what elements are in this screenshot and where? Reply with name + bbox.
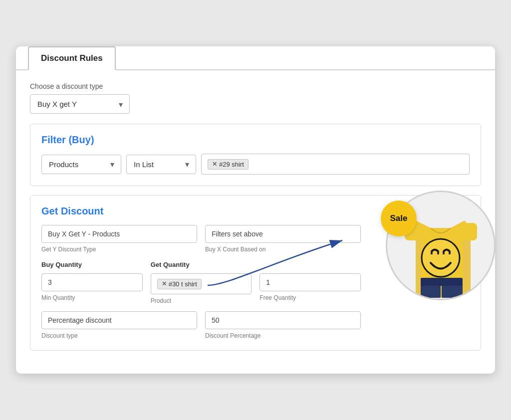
buy-x-count-group: Buy X Count Based on — [205, 225, 361, 253]
condition-select[interactable]: In List Not In List — [126, 155, 196, 174]
discount-rules-tab[interactable]: Discount Rules — [28, 46, 116, 70]
product-tag-input-2[interactable]: ✕ #30 t shirt — [151, 273, 252, 294]
buy-quantity-group: Buy Quantity Min Quantity — [41, 261, 143, 304]
svg-marker-1 — [406, 220, 477, 298]
buy-x-count-label: Buy X Count Based on — [205, 246, 361, 253]
buy-quantity-input[interactable] — [41, 273, 143, 291]
filter-buy-title: Filter (Buy) — [41, 134, 470, 146]
discount-row: Discount type Discount Percentage — [41, 311, 361, 339]
svg-rect-9 — [421, 283, 441, 298]
discount-percentage-input[interactable] — [205, 311, 361, 329]
get-quantity-group: Get Quantity ✕ #30 t shirt Product — [151, 261, 252, 304]
discount-type-wrapper: Buy X get Y Percentage discount Fixed di… — [30, 94, 130, 114]
svg-rect-10 — [442, 283, 463, 298]
get-discount-panel: Sale — [30, 195, 481, 351]
tab-header: Discount Rules — [16, 46, 495, 70]
discount-type-group: Discount type — [41, 311, 197, 339]
product-tag-value: #30 t shirt — [169, 280, 197, 288]
svg-rect-8 — [405, 223, 419, 240]
tag-value: #29 shirt — [219, 161, 244, 168]
product-tag-input[interactable]: ✕ #29 shirt — [201, 154, 470, 175]
discount-type-value-input[interactable] — [41, 311, 197, 329]
free-quantity-label: Free Quantity — [259, 294, 361, 301]
get-y-type-group: Get Y Discount Type — [41, 225, 197, 253]
free-quantity-input[interactable] — [259, 273, 361, 291]
filter-type-wrapper: Products Categories All products — [41, 155, 121, 174]
svg-rect-0 — [416, 233, 471, 298]
get-quantity-title: Get Quantity — [151, 261, 252, 268]
quantity-row: Buy Quantity Min Quantity Get Quantity ✕… — [41, 261, 361, 304]
main-content: Choose a discount type Buy X get Y Perce… — [16, 70, 495, 374]
choose-type-label: Choose a discount type — [30, 82, 481, 90]
product-image-area: Sale — [366, 191, 496, 320]
svg-rect-7 — [463, 223, 477, 240]
buy-quantity-title: Buy Quantity — [41, 261, 143, 268]
discount-type-label: Discount type — [41, 332, 197, 339]
min-quantity-label: Min Quantity — [41, 294, 143, 301]
product-image-circle — [386, 191, 496, 300]
buy-x-count-input[interactable] — [205, 225, 361, 243]
get-discount-title: Get Discount — [41, 206, 361, 217]
tshirt-image — [391, 191, 491, 300]
svg-point-2 — [422, 239, 460, 277]
product-tag-2[interactable]: ✕ #30 t shirt — [157, 279, 202, 289]
choose-type-section: Choose a discount type Buy X get Y Perce… — [30, 82, 481, 114]
free-quantity-group: space Free Quantity — [259, 261, 361, 304]
product-label: Product — [151, 297, 252, 304]
filter-type-select[interactable]: Products Categories All products — [41, 155, 121, 174]
sale-badge: Sale — [381, 201, 417, 236]
filter-row: Products Categories All products In List… — [41, 154, 470, 175]
get-y-discount-label: Get Y Discount Type — [41, 246, 197, 253]
svg-rect-11 — [421, 278, 463, 286]
product-tag[interactable]: ✕ #29 shirt — [208, 159, 249, 170]
discount-type-select[interactable]: Buy X get Y Percentage discount Fixed di… — [30, 94, 130, 114]
filter-buy-panel: Filter (Buy) Products Categories All pro… — [30, 124, 481, 186]
discount-percentage-label: Discount Percentage — [205, 332, 361, 339]
tag-remove-icon[interactable]: ✕ — [212, 161, 217, 168]
discount-percentage-group: Discount Percentage — [205, 311, 361, 339]
tag-remove-icon-2[interactable]: ✕ — [162, 280, 167, 287]
discount-type-grid: Get Y Discount Type Buy X Count Based on — [41, 225, 361, 253]
get-y-discount-type-input[interactable] — [41, 225, 197, 243]
condition-wrapper: In List Not In List — [126, 155, 196, 174]
main-card: Discount Rules Choose a discount type Bu… — [16, 46, 495, 374]
